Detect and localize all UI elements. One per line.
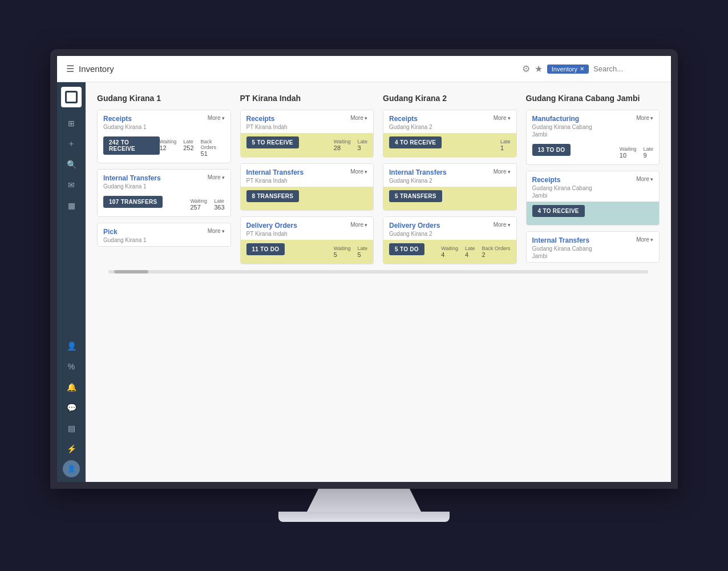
action-button[interactable]: 242 TO RECEIVE xyxy=(103,136,160,155)
breadcrumb-tag[interactable]: Inventory ✕ xyxy=(547,65,589,74)
action-button[interactable]: 5 TO DO xyxy=(389,243,424,255)
scrollbar[interactable] xyxy=(108,270,648,274)
more-button[interactable]: More xyxy=(636,115,653,121)
stat-value: 10 xyxy=(620,152,637,159)
top-bar-right: ⚙ ★ Inventory ✕ xyxy=(522,63,662,74)
stat-group: Waiting4 xyxy=(441,246,458,258)
card-header: Delivery OrdersPT Kirana IndahMore xyxy=(241,217,374,240)
more-button[interactable]: More xyxy=(208,115,225,121)
logo-icon xyxy=(65,91,78,103)
stat-group: Waiting28 xyxy=(334,139,351,151)
more-button[interactable]: More xyxy=(208,228,225,234)
stat-group: Waiting10 xyxy=(620,146,637,159)
card-header: Delivery OrdersGudang Kirana 2More xyxy=(383,217,516,240)
card-subtitle: Gudang Kirana 1 xyxy=(103,123,147,131)
action-button[interactable]: 11 TO DO xyxy=(246,243,285,255)
card-subtitle: Gudang Kirana 2 xyxy=(389,177,447,184)
card-body: 107 TRANSFERSWaiting257Late363 xyxy=(98,192,230,216)
stat-label: Waiting xyxy=(160,139,177,144)
more-button[interactable]: More xyxy=(208,174,225,180)
stat-label: Waiting xyxy=(441,246,458,251)
menu-icon[interactable]: ☰ xyxy=(66,63,74,74)
search-input[interactable] xyxy=(593,65,662,73)
action-button[interactable]: 5 TRANSFERS xyxy=(389,190,442,202)
stat-group: Late4 xyxy=(465,246,475,258)
card-title[interactable]: Delivery Orders xyxy=(246,222,297,230)
column-col3: Gudang Kirana 2ReceiptsGudang Kirana 2Mo… xyxy=(383,94,517,270)
more-button[interactable]: More xyxy=(350,115,367,121)
sidebar-item-mail[interactable]: ✉ xyxy=(61,176,82,194)
stat-value: 5 xyxy=(334,251,351,258)
more-button[interactable]: More xyxy=(636,236,653,243)
card-body: 5 TO RECEIVEWaiting28Late3 xyxy=(241,133,374,157)
stat-value: 3 xyxy=(357,144,367,151)
stat-group: Waiting257 xyxy=(190,198,207,211)
stat-value: 28 xyxy=(334,144,351,151)
main-layout: ⊞ ＋ 🔍 ✉ ▦ 👤 % 🔔 💬 ▤ ⚡ 👤 Gudang Kirana 1R… xyxy=(57,82,671,482)
breadcrumb-close[interactable]: ✕ xyxy=(580,66,584,72)
card-body: 8 TRANSFERS xyxy=(241,187,374,210)
more-button[interactable]: More xyxy=(494,115,511,121)
stat-label: Back Orders xyxy=(482,246,510,251)
card-title[interactable]: Receipts xyxy=(246,115,288,123)
card-title[interactable]: Receipts xyxy=(389,115,432,123)
action-button[interactable]: 107 TRANSFERS xyxy=(103,196,163,208)
column-title: Gudang Kirana Cabang Jambi xyxy=(526,94,660,103)
stat-group: Back Orders2 xyxy=(482,246,510,258)
more-button[interactable]: More xyxy=(494,168,511,175)
stat-group: Late5 xyxy=(357,246,367,258)
card-header: ReceiptsGudang Kirana Cabang JambiMore xyxy=(527,171,660,202)
card-title[interactable]: Receipts xyxy=(103,115,147,123)
sidebar-item-bolt[interactable]: ⚡ xyxy=(61,440,82,458)
sidebar-item-chat[interactable]: 💬 xyxy=(61,399,82,417)
card-card-2-1: ReceiptsPT Kirana IndahMore5 TO RECEIVEW… xyxy=(240,110,374,158)
card-title[interactable]: Manufacturing xyxy=(532,115,592,123)
stat-group: Late363 xyxy=(214,198,224,211)
card-header: Internal TransfersPT Kirana IndahMore xyxy=(241,164,374,187)
column-col2: PT Kirana IndahReceiptsPT Kirana IndahMo… xyxy=(240,94,374,270)
card-body: 4 TO RECEIVELate1 xyxy=(383,133,516,157)
stat-value: 12 xyxy=(160,144,177,151)
sidebar-item-add[interactable]: ＋ xyxy=(61,135,82,153)
sidebar-item-person[interactable]: 👤 xyxy=(61,337,82,355)
card-title[interactable]: Delivery Orders xyxy=(389,222,440,230)
sidebar-item-bell[interactable]: 🔔 xyxy=(61,378,82,396)
card-subtitle: Gudang Kirana 1 xyxy=(103,183,161,190)
action-button[interactable]: 4 TO RECEIVE xyxy=(389,136,442,148)
sidebar-item-apps[interactable]: ⊞ xyxy=(61,114,82,132)
card-header: Internal TransfersGudang Kirana 2More xyxy=(383,164,516,187)
stat-value: 4 xyxy=(441,251,458,258)
stat-value: 363 xyxy=(214,204,224,211)
stat-label: Late xyxy=(357,246,367,251)
card-title[interactable]: Internal Transfers xyxy=(246,168,304,176)
sidebar-item-calendar[interactable]: ▦ xyxy=(61,196,82,215)
sidebar: ⊞ ＋ 🔍 ✉ ▦ 👤 % 🔔 💬 ▤ ⚡ 👤 xyxy=(57,82,86,482)
card-title[interactable]: Internal Transfers xyxy=(389,168,447,176)
more-button[interactable]: More xyxy=(494,222,511,228)
more-button[interactable]: More xyxy=(350,222,367,228)
settings-icon[interactable]: ⚙ xyxy=(522,63,530,74)
action-button[interactable]: 4 TO RECEIVE xyxy=(532,205,585,217)
sidebar-item-percent[interactable]: % xyxy=(61,357,82,376)
monitor-base xyxy=(278,512,450,522)
card-title[interactable]: Internal Transfers xyxy=(532,236,592,244)
action-button[interactable]: 13 TO DO xyxy=(532,144,571,156)
monitor-stand xyxy=(307,489,421,512)
avatar[interactable]: 👤 xyxy=(63,460,80,477)
sidebar-logo xyxy=(61,87,82,107)
stat-label: Waiting xyxy=(334,246,351,251)
star-icon[interactable]: ★ xyxy=(535,63,543,74)
stat-label: Late xyxy=(465,246,475,251)
column-title: Gudang Kirana 1 xyxy=(97,94,231,103)
sidebar-item-search[interactable]: 🔍 xyxy=(61,155,82,174)
action-button[interactable]: 8 TRANSFERS xyxy=(246,190,300,202)
card-title[interactable]: Internal Transfers xyxy=(103,174,161,182)
more-button[interactable]: More xyxy=(350,168,367,175)
card-title[interactable]: Receipts xyxy=(532,176,592,184)
action-button[interactable]: 5 TO RECEIVE xyxy=(246,136,299,148)
content-area: Gudang Kirana 1ReceiptsGudang Kirana 1Mo… xyxy=(86,82,671,482)
more-button[interactable]: More xyxy=(636,176,653,182)
sidebar-item-list[interactable]: ▤ xyxy=(61,419,82,437)
card-subtitle: PT Kirana Indah xyxy=(246,123,288,131)
card-title[interactable]: Pick xyxy=(103,228,147,236)
